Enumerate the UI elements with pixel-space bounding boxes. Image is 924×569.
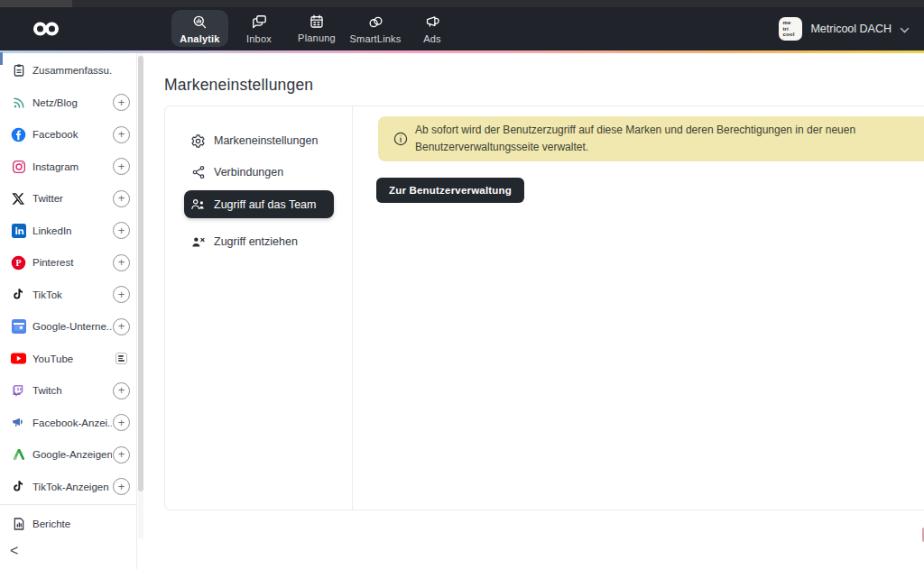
megaphone-icon (424, 14, 441, 31)
settings-menu-item-zugriff-auf-das-team[interactable]: Zugriff auf das Team (184, 190, 334, 218)
primary-nav: Analytik Inbox (171, 10, 457, 47)
rss-icon (11, 95, 26, 110)
nav-item-ads[interactable]: Ads (407, 10, 457, 47)
sidebar-item-netz-blog[interactable]: Netz/Blog (0, 90, 137, 115)
sidebar-item-pinterest[interactable]: P Pinterest (0, 250, 137, 275)
sidebar-scrollbar-thumb[interactable] (138, 56, 143, 491)
nav-label: Inbox (246, 33, 272, 44)
nav-label: Analytik (180, 33, 219, 44)
sidebar-item-google-unternehmen[interactable]: Google-Unterne... (0, 314, 137, 339)
sidebar-item-berichte[interactable]: Berichte (0, 511, 137, 537)
sidebar-item-label: LinkedIn (32, 225, 112, 236)
sidebar-item-twitch[interactable]: Twitch (0, 378, 137, 403)
nav-item-inbox[interactable]: Inbox (228, 10, 290, 47)
sidebar-item-label: YouTube (32, 353, 112, 364)
sidebar-item-instagram[interactable]: Instagram (0, 154, 137, 179)
sidebar-item-tiktok-anzeigen[interactable]: TikTok-Anzeigen (0, 474, 137, 500)
sidebar-item-youtube[interactable]: YouTube (0, 346, 137, 372)
brand-settings-card: Markeneinstellungen Verbindungen (164, 106, 924, 510)
nav-item-smartlinks[interactable]: SmartLinks (344, 10, 407, 47)
add-connection-icon[interactable] (113, 158, 130, 175)
settings-menu-item-zugriff-entziehen[interactable]: Zugriff entziehen (184, 229, 334, 254)
inbox-chat-icon (251, 14, 268, 31)
account-switcher[interactable]: me tri cool Metricool DACH (779, 7, 910, 50)
add-connection-icon[interactable] (113, 126, 130, 143)
sidebar-item-label: Facebook (32, 129, 112, 140)
brand-avatar: me tri cool (779, 17, 802, 41)
sidebar-item-label: Pinterest (32, 257, 112, 268)
nav-item-planung[interactable]: Planung (290, 10, 344, 47)
add-connection-icon[interactable] (113, 94, 130, 111)
sidebar-item-zusammenfassung[interactable]: Zusammenfassu... (0, 58, 137, 83)
settings-menu: Markeneinstellungen Verbindungen (165, 106, 353, 509)
instagram-icon (11, 159, 26, 174)
reports-icon (11, 517, 26, 532)
account-name: Metricool DACH (810, 23, 892, 35)
calendar-icon (309, 14, 325, 30)
sidebar-item-label: Twitter (32, 193, 112, 204)
brands-sidebar: Zusammenfassu... Netz/Blog Facebook (0, 53, 137, 569)
sidebar-item-label: Netz/Blog (32, 97, 112, 108)
nav-label: Planung (298, 32, 336, 43)
metricool-infinity-logo[interactable] (32, 22, 60, 36)
share-nodes-icon (190, 165, 206, 180)
settings-menu-item-markeneinstellungen[interactable]: Markeneinstellungen (184, 128, 334, 153)
add-connection-icon[interactable] (113, 286, 130, 303)
metricool-mini-logo[interactable] (116, 353, 127, 364)
info-banner: Ab sofort wird der Benutzerzugriff auf d… (378, 116, 924, 161)
google-business-icon (11, 319, 26, 335)
nav-item-analytik[interactable]: Analytik (171, 10, 228, 47)
info-icon (393, 132, 408, 150)
user-management-button[interactable]: Zur Benutzerverwaltung (376, 178, 524, 203)
links-icon (367, 14, 384, 31)
sidebar-item-label: Zusammenfassu... (32, 65, 112, 76)
sidebar-item-label: TikTok (32, 289, 112, 300)
svg-text:P: P (15, 258, 21, 268)
sidebar-item-label: Instagram (32, 161, 112, 172)
add-connection-icon[interactable] (113, 222, 130, 239)
sidebar-collapse-chevron[interactable]: < (10, 543, 18, 559)
sidebar-item-google-anzeigen[interactable]: Google-Anzeigen (0, 442, 137, 467)
metricool-app: Analytik Inbox (0, 0, 924, 569)
add-connection-icon[interactable] (113, 478, 130, 495)
info-banner-text: Ab sofort wird der Benutzerzugriff auf d… (415, 122, 924, 156)
top-navbar: Analytik Inbox (0, 7, 924, 50)
settings-menu-label: Verbindungen (214, 166, 283, 179)
linkedin-icon (11, 223, 26, 238)
sidebar-item-tiktok[interactable]: TikTok (0, 282, 137, 307)
sidebar-item-facebook[interactable]: Facebook (0, 122, 137, 147)
add-connection-icon[interactable] (113, 254, 130, 271)
settings-menu-label: Markeneinstellungen (214, 134, 318, 147)
sidebar-item-twitter[interactable]: Twitter (0, 186, 137, 211)
analytics-search-icon (191, 14, 208, 31)
person-remove-icon (190, 234, 206, 250)
youtube-icon (11, 351, 26, 366)
sidebar-item-facebook-anzeigen[interactable]: Facebook-Anzei... (0, 410, 137, 436)
add-connection-icon[interactable] (113, 446, 130, 463)
add-connection-icon[interactable] (113, 382, 130, 399)
summary-clipboard-icon (11, 63, 26, 78)
add-connection-icon[interactable] (113, 414, 130, 431)
add-connection-icon[interactable] (113, 318, 130, 335)
add-connection-icon[interactable] (113, 190, 130, 207)
google-ads-icon (11, 447, 26, 463)
settings-menu-label: Zugriff entziehen (214, 235, 298, 248)
sidebar-item-label: Berichte (32, 519, 112, 529)
browser-tab-sliver (0, 0, 72, 7)
sidebar-item-label: TikTok-Anzeigen (32, 482, 112, 492)
chevron-down-icon (900, 21, 910, 37)
sidebar-item-linkedin[interactable]: LinkedIn (0, 218, 137, 243)
settings-menu-item-verbindungen[interactable]: Verbindungen (184, 160, 334, 185)
sidebar-item-label: Google-Unterne... (32, 321, 112, 332)
facebook-ads-icon (11, 415, 26, 430)
sidebar-divider (0, 504, 137, 505)
sidebar-item-label: Facebook-Anzei... (32, 418, 112, 428)
sidebar-item-label: Google-Anzeigen (32, 449, 112, 460)
twitch-icon (11, 383, 26, 399)
sidebar-item-label: Twitch (32, 385, 112, 396)
settings-menu-label: Zugriff auf das Team (214, 198, 317, 211)
nav-label: SmartLinks (349, 33, 401, 44)
pinterest-icon: P (11, 255, 26, 271)
team-icon (190, 197, 206, 212)
nav-label: Ads (423, 33, 441, 44)
